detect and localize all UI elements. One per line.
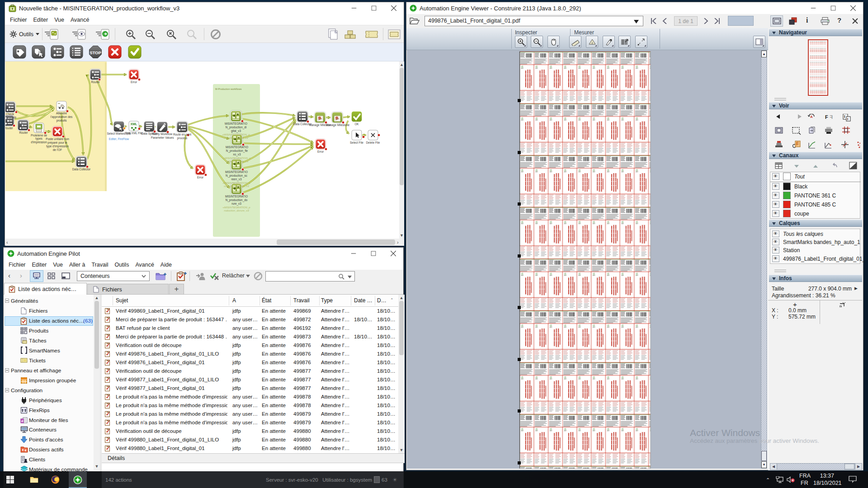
svg-text:MISINTEGRATIO: MISINTEGRATIO [225,170,248,174]
svg-text:roduction_screen_v3: roduction_screen_v3 [224,185,249,188]
svg-text:+MISINTEGRATION_p: +MISINTEGRATION_p [223,157,251,160]
svg-text:préparé pour le: préparé pour le [47,141,67,145]
svg-text:types: types [35,137,42,141]
svg-text:Router: Router [5,127,13,130]
svg-text:+MISINTEGRATION_p: +MISINTEGRATION_p [222,133,250,136]
svg-text:MISINTEGRATIO: MISINTEGRATIO [225,122,247,125]
svg-text:F: F [796,141,799,146]
svg-text:Attendre: Attendre [56,112,67,115]
svg-text:de l'OF: de l'OF [53,148,62,151]
svg-text:produits: produits [57,119,67,122]
svg-text:F: F [830,114,833,120]
svg-text:M-Production workflows: M-Production workflows [215,88,242,90]
svg-text:N_production_do: N_production_do [226,198,248,202]
svg-text:XML: XML [131,122,138,126]
svg-text:Select File: Select File [350,141,363,144]
svg-text:Error: Error [197,176,204,179]
svg-text:...process: ...process [5,116,16,119]
svg-text:OK: OK [354,122,359,126]
svg-text:STOP: STOP [90,50,101,55]
svg-text:N_production_fle: N_production_fle [226,149,248,153]
svg-text:MISINTEGRATIO: MISINTEGRATIO [226,145,248,149]
svg-text:rure_v3: rure_v3 [231,202,241,206]
svg-text:Route en print: Route en print [173,133,191,136]
svg-text:roduction_flexo_v3: roduction_flexo_v3 [226,160,249,163]
svg-text:roduction_digital_v3: roduction_digital_v3 [224,136,248,139]
svg-text:type d'impression: type d'impression [46,145,69,148]
svg-text:Check: Check [6,113,14,116]
svg-text:N_production_di: N_production_di [226,126,247,129]
svg-text:l'approbation des: l'approbation des [51,115,72,119]
svg-text:Parameter Values: Parameter Values [151,136,174,139]
svg-text:F: F [825,114,828,120]
svg-text:Error: Error [131,80,137,84]
svg-text:Poste unitaire non: Poste unitaire non [46,137,69,141]
svg-text:Error: Error [317,150,324,153]
svg-text:reen_v3: reen_v3 [231,178,242,181]
svg-text:+MISINTEGRATION_p: +MISINTEGRATION_p [222,206,250,209]
svg-text:Router: Router [91,80,100,84]
svg-text:xo_v3: xo_v3 [233,153,241,156]
svg-text:Protelene de: Protelene de [31,134,47,137]
svg-text:Split XML File: Split XML File [125,131,143,135]
svg-text:Data Collector: Data Collector [72,168,91,171]
svg-text:process: process [177,136,187,140]
svg-text:A: A [810,115,813,119]
svg-text:gital_v3: gital_v3 [231,129,241,133]
svg-text:N_production_sc: N_production_sc [226,174,248,178]
svg-text:roduction_dorure_v3: roduction_dorure_v3 [224,209,249,212]
svg-text:Router: Router [19,131,28,134]
svg-text:d'impression: d'impression [31,141,47,144]
svg-text:Notify Workflow: Notify Workflow [152,132,173,136]
svg-text:Delete File: Delete File [366,141,380,144]
svg-text:I: I [844,114,845,119]
svg-text:+MISINTEGRATION_p: +MISINTEGRATION_p [222,182,250,184]
svg-text:MISINTEGRATIO: MISINTEGRATIO [225,195,248,198]
svg-text:Editer, FireFlow: Editer, FireFlow [109,137,129,141]
svg-text:I: I [847,117,848,121]
svg-text:Manage Milestone: Manage Milestone [326,123,350,127]
